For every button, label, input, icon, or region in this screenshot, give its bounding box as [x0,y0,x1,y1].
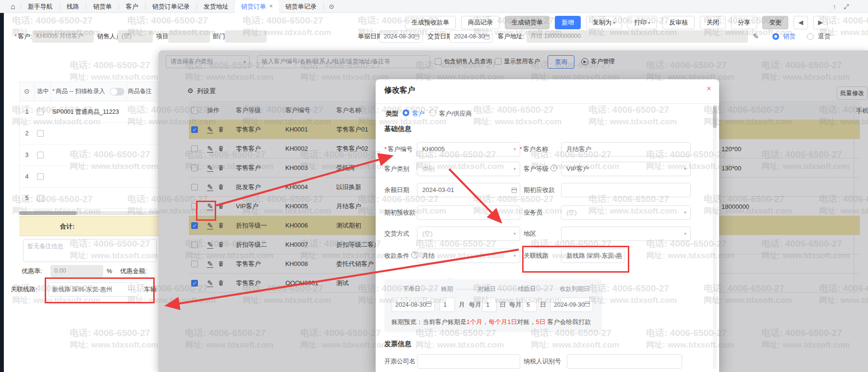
salesperson-field[interactable]: (空) [118,30,153,43]
close-button[interactable]: 关闭 [700,16,726,29]
region-select[interactable]: ▾ [561,227,691,241]
tax-id-field[interactable] [567,354,682,369]
row-checkbox[interactable] [37,195,44,202]
delivery-date-field[interactable]: 2024-08-30 [450,30,493,43]
header-settings-icon[interactable]: ⊙ [24,87,30,95]
edit-icon[interactable]: ✎ [207,279,213,287]
product-row[interactable]: 1 SP0001 普通商品_11223 [20,101,158,123]
column-settings-label[interactable]: 列设置 [197,86,216,96]
edit-icon[interactable]: ✎ [207,203,213,210]
customer-manage-link[interactable]: 客户管理 [591,55,615,68]
product-row[interactable]: 3 [20,144,158,166]
tab-customer[interactable]: 客户 [120,0,145,13]
prev-record-button[interactable]: ◀ [794,16,808,29]
linked-route-field[interactable]: 新线路 深圳-东莞-惠⋯ [561,249,624,263]
delete-icon[interactable] [218,164,224,171]
unaudit-button[interactable]: 反审核 [662,16,695,29]
close-icon[interactable]: × [707,84,711,94]
recon-day-field[interactable]: 1 [482,298,497,312]
edit-icon[interactable]: ✎ [207,164,213,172]
name-field[interactable]: 月结客户 [561,142,691,156]
delete-icon[interactable] [218,145,224,152]
invoice-company-field[interactable] [417,354,520,369]
row-checkbox[interactable] [37,130,44,137]
delete-icon[interactable] [218,260,224,267]
share-button[interactable]: 分享 [731,16,757,29]
row-checkbox[interactable] [191,280,198,287]
balance-date-field[interactable]: 2024-03-01 [417,183,520,197]
init-prereceive-field[interactable] [417,205,520,220]
row-checkbox[interactable] [191,165,198,171]
show-disabled-checkbox[interactable] [495,58,501,65]
more-icon[interactable]: ⋯ [615,249,620,263]
copy-as-button[interactable]: 复制为▾ [586,16,622,29]
horizontal-scrollbar[interactable] [19,211,159,215]
level-select[interactable]: VIP客户▾ [561,162,691,176]
product-record-button[interactable]: 商品记录 [461,16,500,29]
product-row[interactable]: 5 [20,188,158,209]
edit-icon[interactable]: ✎ [207,241,213,249]
query-button[interactable]: 查询 [548,55,575,69]
tab-sales-order-record[interactable]: 销货订单记录 [146,0,196,13]
delivery-method-select[interactable]: (空)▾ [417,227,520,241]
edit-icon[interactable]: ✎ [207,183,213,191]
fullscreen-icon[interactable]: ⤢ [844,3,849,11]
order-date-field[interactable]: 2024-08-30 [391,298,435,312]
home-icon[interactable]: ⌂ [6,0,20,13]
route-field[interactable]: 新线路 深圳-东莞-惠州⋯ [48,282,138,297]
type-customer-label[interactable]: 客户 [412,109,425,118]
up-arrow-icon[interactable]: ↑ [833,3,836,10]
tab-ship-address[interactable]: 发货地址 [197,0,235,13]
tab-routes[interactable]: 线路 [61,0,86,13]
close-tab-icon[interactable]: × [269,0,273,13]
row-checkbox[interactable] [191,145,198,152]
delete-icon[interactable] [218,241,224,248]
edit-icon[interactable]: ✎ [207,145,213,153]
delete-icon[interactable] [218,203,224,210]
payment-terms-select[interactable]: 月结▾ [417,249,520,263]
init-receivable-field[interactable] [561,183,691,197]
gear-icon[interactable]: ⚙ [187,87,194,95]
return-type-label[interactable]: 退货 [818,30,831,43]
customer-search-input[interactable]: 输入客户编号/名称/联系人/电话/送货地址/备注等 [257,55,430,68]
scan-toggle[interactable] [110,88,124,96]
row-checkbox[interactable] [37,108,44,115]
order-date-field[interactable]: 2024-08-30 [379,30,423,43]
batch-edit-button[interactable]: 批量修改 [837,86,868,100]
level-link-icon[interactable]: › [550,165,557,171]
order-note-textarea[interactable]: 暂无备注信息 [23,239,157,262]
add-button[interactable]: 新增 [555,16,581,29]
generate-prereceipt-button[interactable]: 生成预收款单 [405,16,456,29]
settle-day-field[interactable]: 5 [523,298,537,312]
sale-type-label[interactable]: 销货 [783,30,795,43]
change-button[interactable]: 变更 [762,16,788,29]
salesman-select[interactable]: (空)▾ [561,205,691,220]
row-checkbox[interactable] [191,126,198,133]
scrollbar-thumb[interactable] [19,211,77,215]
delete-icon[interactable] [218,279,224,287]
edit-address-icon[interactable]: ✎ [753,30,759,43]
type-customer-supplier-radio[interactable] [429,109,436,116]
customer-category-select[interactable]: 请选择客户类别▾ [166,55,250,68]
row-checkbox[interactable] [191,261,198,267]
tab-sales-slip[interactable]: 销货单 [87,0,118,13]
tab-sales-record[interactable]: 销货单记录 [279,0,323,13]
due-date-field[interactable]: 2024-09-30 [550,298,593,312]
delete-icon[interactable] [218,126,224,133]
term-months-field[interactable]: 1 [440,298,455,312]
row-checkbox[interactable] [191,241,198,248]
category-select[interactable]: 类别▾ [417,162,520,176]
department-field[interactable] [225,30,267,43]
customer-address-field[interactable]: 月结 18000000000 [526,30,748,43]
customer-field[interactable]: KH0005 月结客户 [32,30,94,43]
project-field[interactable] [168,30,210,43]
tab-newbie-guide[interactable]: 新手导航 [22,0,59,13]
delete-icon[interactable] [218,183,224,191]
modal-scrollbar[interactable] [713,104,717,369]
select-all-checkbox[interactable] [191,107,198,114]
product-row[interactable]: 2 [20,123,158,144]
delete-icon[interactable] [218,222,224,229]
product-row[interactable]: 4 [20,166,158,188]
row-checkbox[interactable] [37,173,44,180]
code-select[interactable]: KH0005▾ [417,142,520,156]
